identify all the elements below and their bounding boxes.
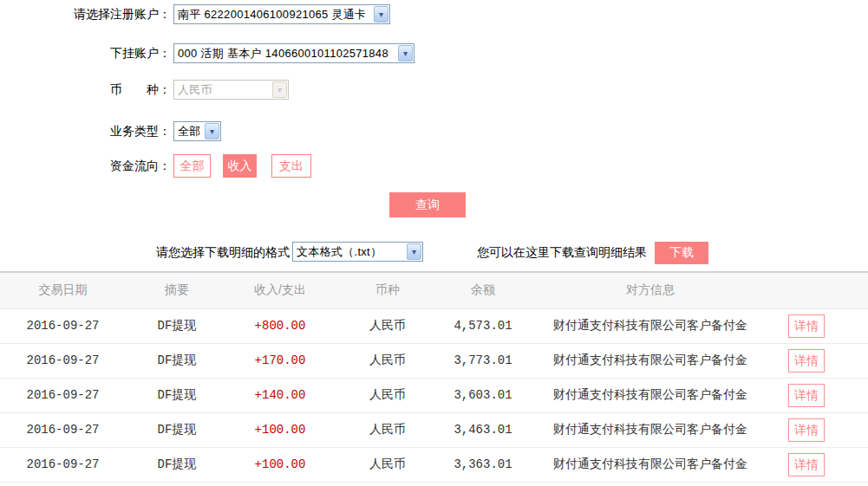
cell-date: 2016-09-27 xyxy=(0,343,126,378)
cell-amount: +100.00 xyxy=(228,447,332,482)
cell-summary: DF提现 xyxy=(126,308,228,343)
cell-amount: +100.00 xyxy=(228,412,332,447)
cell-balance: 4,573.01 xyxy=(443,308,523,343)
currency-value: 人民币 xyxy=(174,82,271,98)
download-format-select[interactable]: 文本格式（.txt） ▾ xyxy=(292,242,423,262)
cell-counterparty: 财付通支付科技有限公司客户备付金 xyxy=(523,412,778,447)
cell-counterparty: 财付通支付科技有限公司客户备付金 xyxy=(523,447,778,482)
registered-account-label: 请选择注册账户： xyxy=(0,4,171,24)
detail-button[interactable]: 详情 xyxy=(788,349,825,373)
sub-account-select[interactable]: 000 活期 基本户 1406600101102571848 ▾ xyxy=(173,43,414,63)
header-counterparty: 对方信息 xyxy=(523,272,778,308)
cell-amount: +170.00 xyxy=(228,343,332,378)
cell-counterparty: 财付通支付科技有限公司客户备付金 xyxy=(523,308,778,343)
flow-option-income[interactable]: 收入 xyxy=(223,154,257,178)
biz-type-label: 业务类型： xyxy=(0,121,171,141)
download-format-label: 请您选择下载明细的格式 xyxy=(156,245,290,261)
header-amount: 收入/支出 xyxy=(228,272,332,308)
table-row: 2016-09-27 DF提现 +140.00 人民币 3,603.01 财付通… xyxy=(0,378,868,412)
transaction-table: 交易日期 摘要 收入/支出 币种 余额 对方信息 2016-09-27 DF提现… xyxy=(0,271,868,483)
cell-summary: DF提现 xyxy=(126,378,228,412)
query-button[interactable]: 查询 xyxy=(389,192,466,217)
cell-currency: 人民币 xyxy=(332,343,443,378)
cell-amount: +140.00 xyxy=(228,378,332,412)
table-row: 2016-09-27 DF提现 +100.00 人民币 3,463.01 财付通… xyxy=(0,412,868,447)
chevron-down-icon[interactable]: ▾ xyxy=(407,243,421,260)
cell-currency: 人民币 xyxy=(332,447,443,482)
registered-account-select[interactable]: 南平 6222001406100921065 灵通卡 ▾ xyxy=(173,4,390,24)
cell-summary: DF提现 xyxy=(126,412,228,447)
cell-date: 2016-09-27 xyxy=(0,447,126,482)
cell-summary: DF提现 xyxy=(126,343,228,378)
download-hint-label: 您可以在这里下载查询明细结果 xyxy=(477,245,647,261)
cell-counterparty: 财付通支付科技有限公司客户备付金 xyxy=(523,378,778,412)
currency-select: 人民币 ▾ xyxy=(173,80,289,100)
download-button[interactable]: 下载 xyxy=(655,242,708,264)
currency-label: 币 种： xyxy=(0,80,171,100)
chevron-down-icon[interactable]: ▾ xyxy=(398,45,413,62)
header-action xyxy=(778,272,868,308)
cell-date: 2016-09-27 xyxy=(0,308,126,343)
cell-currency: 人民币 xyxy=(332,412,443,447)
cell-date: 2016-09-27 xyxy=(0,412,126,447)
transaction-query-form: 请选择注册账户： 南平 6222001406100921065 灵通卡 ▾ 下挂… xyxy=(0,0,868,271)
header-summary: 摘要 xyxy=(126,272,228,308)
detail-button[interactable]: 详情 xyxy=(788,384,825,407)
biz-type-value: 全部 xyxy=(174,124,204,139)
chevron-down-icon[interactable]: ▾ xyxy=(374,6,388,23)
flow-option-expense[interactable]: 支出 xyxy=(271,154,311,178)
detail-button[interactable]: 详情 xyxy=(788,418,825,442)
registered-account-value: 南平 6222001406100921065 灵通卡 xyxy=(174,7,373,23)
header-balance: 余额 xyxy=(443,272,523,308)
cell-counterparty: 财付通支付科技有限公司客户备付金 xyxy=(523,343,778,378)
sub-account-value: 000 活期 基本户 1406600101102571848 xyxy=(174,46,397,62)
chevron-down-icon: ▾ xyxy=(272,81,287,98)
fund-flow-label: 资金流向： xyxy=(0,156,171,176)
cell-amount: +800.00 xyxy=(228,308,332,343)
header-date: 交易日期 xyxy=(0,272,126,308)
cell-balance: 3,363.01 xyxy=(443,447,523,482)
detail-button[interactable]: 详情 xyxy=(788,453,825,476)
flow-option-all[interactable]: 全部 xyxy=(173,154,211,178)
cell-balance: 3,773.01 xyxy=(443,343,523,378)
cell-currency: 人民币 xyxy=(332,378,443,412)
cell-currency: 人民币 xyxy=(332,308,443,343)
download-format-value: 文本格式（.txt） xyxy=(293,244,406,260)
table-header-row: 交易日期 摘要 收入/支出 币种 余额 对方信息 xyxy=(0,272,868,308)
table-row: 2016-09-27 DF提现 +800.00 人民币 4,573.01 财付通… xyxy=(0,308,868,343)
cell-balance: 3,603.01 xyxy=(443,378,523,412)
cell-balance: 3,463.01 xyxy=(443,412,523,447)
chevron-down-icon[interactable]: ▾ xyxy=(205,123,219,139)
header-currency: 币种 xyxy=(332,272,443,308)
detail-button[interactable]: 详情 xyxy=(788,314,825,338)
cell-date: 2016-09-27 xyxy=(0,378,126,412)
table-row: 2016-09-27 DF提现 +170.00 人民币 3,773.01 财付通… xyxy=(0,343,868,378)
sub-account-label: 下挂账户： xyxy=(0,43,171,63)
biz-type-select[interactable]: 全部 ▾ xyxy=(173,121,221,141)
table-row: 2016-09-27 DF提现 +100.00 人民币 3,363.01 财付通… xyxy=(0,447,868,482)
cell-summary: DF提现 xyxy=(126,447,228,482)
